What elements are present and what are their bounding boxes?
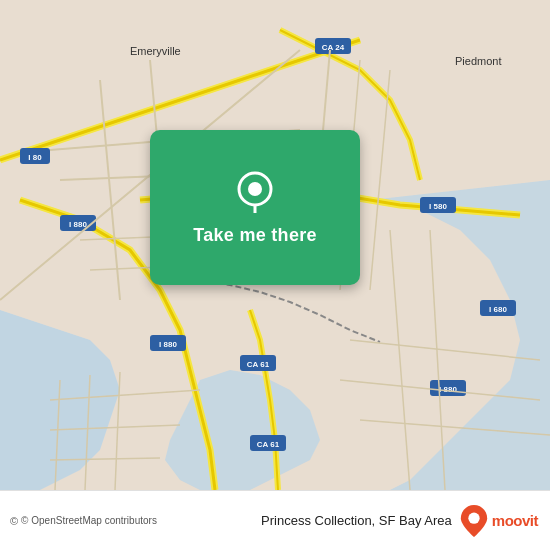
- map-container: I 580 I 580 I 80 I 880 I 880 I 880 I 680…: [0, 0, 550, 490]
- take-me-there-card[interactable]: Take me there: [150, 130, 360, 285]
- svg-text:I 80: I 80: [28, 153, 42, 162]
- svg-text:CA 24: CA 24: [322, 43, 345, 52]
- bottom-bar: © © OpenStreetMap contributors Princess …: [0, 490, 550, 550]
- location-text: Princess Collection, SF Bay Area: [261, 513, 452, 528]
- svg-text:I 680: I 680: [489, 305, 507, 314]
- svg-point-47: [468, 512, 479, 523]
- copyright-icon: ©: [10, 515, 18, 527]
- svg-text:Emeryville: Emeryville: [130, 45, 181, 57]
- moovit-pin-icon: [460, 505, 488, 537]
- svg-text:Piedmont: Piedmont: [455, 55, 501, 67]
- svg-text:I 880: I 880: [159, 340, 177, 349]
- svg-text:CA 61: CA 61: [247, 360, 270, 369]
- svg-text:CA 61: CA 61: [257, 440, 280, 449]
- map-pin-icon: [233, 169, 277, 213]
- svg-text:I 580: I 580: [429, 202, 447, 211]
- moovit-logo: moovit: [460, 505, 538, 537]
- location-info: Princess Collection, SF Bay Area moovit: [261, 505, 538, 537]
- svg-text:I 880: I 880: [69, 220, 87, 229]
- svg-point-45: [248, 182, 262, 196]
- attribution: © © OpenStreetMap contributors: [10, 515, 157, 527]
- take-me-there-label: Take me there: [193, 225, 317, 246]
- moovit-text: moovit: [492, 512, 538, 529]
- attribution-text: © OpenStreetMap contributors: [21, 515, 157, 526]
